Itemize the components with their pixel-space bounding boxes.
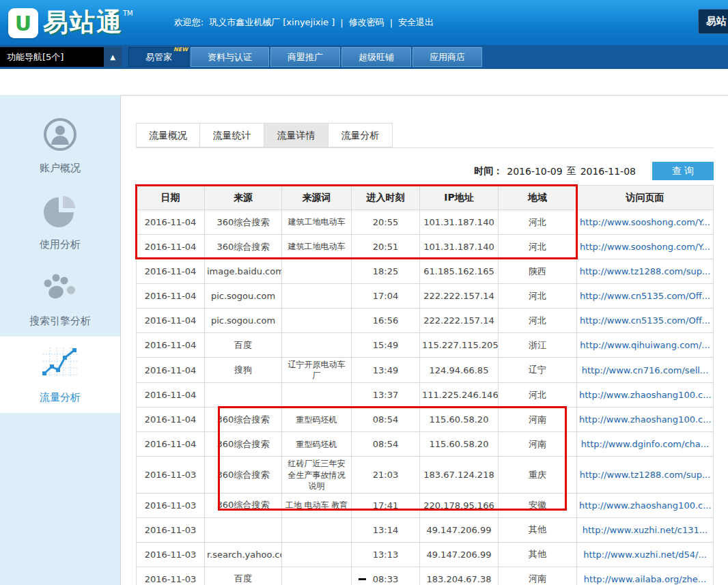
cell-source: pic.sogou.com [205, 284, 282, 309]
cell-page-link[interactable]: http://www.xuzhi.net/d54/... [577, 542, 714, 567]
tab-traffic-analysis[interactable]: 流量分析 [328, 123, 393, 147]
cell-entry-time: 16:56 [352, 309, 420, 333]
corner-widget-button[interactable]: 易站 [698, 9, 728, 34]
date-end-field[interactable]: 2016-11-08 [580, 166, 636, 177]
cell-keyword: 工地 电动车 教育 [282, 493, 352, 517]
page: U 易站通 TM 欢迎您: 巩义市鑫业机械厂 [xinyejixie ] | 修… [0, 0, 728, 585]
cell-date: 2016-11-04 [137, 259, 205, 284]
cell-keyword [282, 567, 352, 585]
cell-page-link[interactable]: http://www.tz1288.com/sup... [577, 259, 714, 284]
cell-page-link[interactable]: http://www.cn5135.com/Off... [577, 284, 714, 309]
cell-date: 2016-11-04 [137, 284, 205, 309]
cell-region: 重庆 [499, 457, 577, 494]
cell-page-link[interactable]: http://www.ailaba.org/zhe... [577, 567, 714, 585]
cell-keyword [282, 517, 352, 542]
sidebar-item-usage-analysis[interactable]: 使用分析 [0, 184, 120, 260]
cell-keyword [282, 259, 352, 284]
cell-keyword [282, 309, 352, 333]
table-row: 2016-11-03百度08:33183.204.67.38河南http://w… [137, 567, 714, 585]
cell-keyword: 辽宁开原电动车厂 [282, 358, 352, 383]
cell-entry-time: 15:49 [352, 333, 420, 358]
cell-entry-time: 20:51 [352, 235, 420, 259]
change-password-link[interactable]: 修改密码 [349, 16, 384, 29]
cell-page-link[interactable]: http://www.zhaoshang100.c... [577, 493, 714, 517]
new-badge: NEW [173, 47, 188, 53]
nav-tab-super-shop[interactable]: 超级旺铺 [341, 47, 411, 67]
cell-page-link[interactable]: http://www.tz1288.com/sup... [577, 457, 714, 494]
logout-link[interactable]: 安全退出 [398, 16, 434, 29]
company-name: 巩义市鑫业机械厂 [xinyejixie ] [209, 16, 335, 29]
traffic-table-wrap: 日期来源来源词进入时刻IP地址地域访问页面 2016-11-04360综合搜索建… [136, 185, 714, 585]
cell-page-link[interactable]: http://www.xuzhi.net/c131... [577, 517, 714, 542]
cell-ip: 49.147.206.99 [420, 517, 499, 542]
sidebar-menu: 账户概况 使用分析 [0, 95, 120, 585]
function-nav-dropdown[interactable]: 功能导航[5个] ▲ [0, 47, 122, 67]
sidebar-item-search-engine-analysis[interactable]: 搜索引擎分析 [0, 260, 120, 337]
logo-u-icon: U [8, 8, 38, 38]
table-row: 2016-11-04pic.sogou.com17:04222.222.157.… [137, 284, 714, 309]
cell-region: 其他 [499, 517, 577, 542]
cell-page-link[interactable]: http://www.cn716.com/sell... [577, 358, 714, 383]
cell-ip: 115.227.115.205 [420, 333, 499, 358]
cell-keyword: 重型码坯机 [282, 432, 352, 457]
cell-page-link[interactable]: http://www.qihuiwang.com/... [577, 333, 714, 358]
cell-date: 2016-11-04 [137, 235, 205, 259]
query-button[interactable]: 查 询 [652, 162, 714, 180]
welcome-bar: 欢迎您: 巩义市鑫业机械厂 [xinyejixie ] | 修改密码 | 安全退… [174, 16, 434, 29]
cell-entry-time: 08:54 [352, 432, 420, 457]
cell-date: 2016-11-04 [137, 210, 205, 235]
collapse-up-icon[interactable]: ▲ [104, 47, 122, 67]
cell-keyword [282, 284, 352, 309]
tab-traffic-details[interactable]: 流量详情 [264, 123, 328, 147]
cell-source: pic.sogou.com [205, 309, 282, 333]
cell-ip: 101.31.187.140 [420, 210, 499, 235]
cell-page-link[interactable]: http://www.cn5135.com/Off... [577, 309, 714, 333]
date-start-field[interactable]: 2016-10-09 [507, 166, 562, 177]
main-navbar: 功能导航[5个] ▲ 易管家 NEW 资料与认证 商盟推广 超级旺铺 应用商店 [0, 45, 728, 69]
nav-tab-label: 应用商店 [430, 52, 465, 62]
column-header: IP地址 [420, 186, 499, 210]
cell-source: 360综合搜索 [205, 210, 282, 235]
separator: | [390, 18, 393, 28]
nav-tab-yiguanjia[interactable]: 易管家 NEW [128, 47, 189, 67]
cell-date: 2016-11-04 [137, 333, 205, 358]
sidebar-item-traffic-analysis[interactable]: 流量分析 [0, 337, 120, 413]
function-nav-label: 功能导航[5个] [0, 51, 104, 63]
cell-page-link[interactable]: http://www.sooshong.com/Y... [577, 210, 714, 235]
tab-traffic-stats[interactable]: 流量统计 [200, 123, 264, 147]
sidebar-item-label: 流量分析 [40, 391, 81, 404]
to-label: 至 [567, 165, 576, 177]
cell-ip: 49.147.206.99 [420, 542, 499, 567]
logo-text: 易站通 [43, 5, 123, 40]
cell-date: 2016-11-03 [137, 517, 205, 542]
cell-page-link[interactable]: http://www.dginfo.com/cha... [577, 432, 714, 457]
cell-ip: 124.94.66.85 [420, 358, 499, 383]
nav-tab-profile-cert[interactable]: 资料与认证 [191, 47, 269, 67]
cell-page-link[interactable]: http://www.zhaoshang100.c... [577, 383, 714, 408]
nav-tab-label: 易管家 [145, 52, 172, 62]
site-logo[interactable]: U 易站通 TM [8, 5, 133, 40]
cell-region: 河南 [499, 567, 577, 585]
sidebar-item-label: 使用分析 [40, 238, 81, 251]
column-header: 访问页面 [577, 186, 714, 210]
stray-dash-mark [359, 578, 366, 580]
sidebar-item-account-overview[interactable]: 账户概况 [0, 107, 120, 184]
cell-page-link[interactable]: http://www.zhaoshang100.c... [577, 408, 714, 432]
table-row: 2016-11-04image.baidu.com18:2561.185.162… [137, 259, 714, 284]
cell-entry-time: 13:49 [352, 358, 420, 383]
table-row: 2016-11-04百度15:49115.227.115.205浙江http:/… [137, 333, 714, 358]
cell-entry-time: 13:13 [352, 542, 420, 567]
cell-keyword: 红砖厂近三年安全生产事故情况说明 [282, 457, 352, 494]
cell-region: 浙江 [499, 333, 577, 358]
cell-entry-time: 08:54 [352, 408, 420, 432]
cell-region: 河北 [499, 210, 577, 235]
nav-tab-alliance-promo[interactable]: 商盟推广 [270, 47, 340, 67]
top-header: U 易站通 TM 欢迎您: 巩义市鑫业机械厂 [xinyejixie ] | 修… [0, 0, 728, 45]
cell-region: 河南 [499, 408, 577, 432]
cell-page-link[interactable]: http://www.sooshong.com/Y... [577, 235, 714, 259]
cell-ip: 183.67.124.218 [420, 457, 499, 494]
tab-traffic-overview[interactable]: 流量概况 [136, 123, 200, 147]
table-row: 2016-11-03360综合搜索工地 电动车 教育17:41220.178.9… [137, 493, 714, 517]
nav-tab-app-store[interactable]: 应用商店 [412, 47, 482, 67]
cell-entry-time: 13:14 [352, 517, 420, 542]
